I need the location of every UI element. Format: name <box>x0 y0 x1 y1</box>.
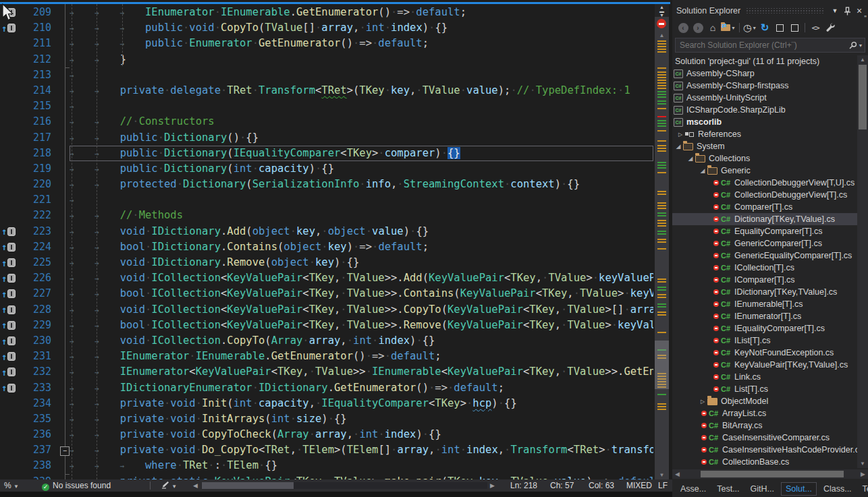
tree-item[interactable]: C#IComparer[T].cs <box>672 274 857 286</box>
code-line[interactable]: ↑210→→→public·void·CopyTo(TValue[]·array… <box>0 20 653 36</box>
pin-button[interactable] <box>841 5 853 17</box>
code-line[interactable]: ↑228→→void·ICollection<KeyValuePair<TKey… <box>0 302 653 318</box>
eol-indicator[interactable]: LF <box>658 479 668 492</box>
tree-item[interactable]: C#CollectionBase.cs <box>672 456 857 468</box>
document-health-icon[interactable] <box>657 19 666 28</box>
hscroll-right-arrow-icon[interactable]: ▶ <box>490 479 495 492</box>
override-indicator-icon[interactable]: ↑ <box>0 286 20 301</box>
code-line[interactable]: 212→→} <box>0 52 653 67</box>
zoom-control[interactable]: % ▼ <box>4 479 19 492</box>
tree-item[interactable]: C#ICSharpCode.SharpZipLib <box>672 104 857 116</box>
override-indicator-icon[interactable]: ↑ <box>0 364 20 380</box>
tree-item[interactable]: C#ArrayList.cs <box>672 407 857 419</box>
code-line[interactable]: 238→→→where·TRet·:·TElem·{} <box>0 458 653 473</box>
code-line[interactable]: 215→ <box>0 98 653 114</box>
code-line[interactable]: 237→→private·void·Do_CopyTo<TRet,·TElem>… <box>0 442 653 458</box>
code-line[interactable]: 217→→public·Dictionary()·{} <box>0 130 653 146</box>
code-line[interactable]: 218→→public·Dictionary(IEqualityComparer… <box>0 146 653 161</box>
code-line[interactable]: 220→→protected·Dictionary(SerializationI… <box>0 177 653 192</box>
code-line[interactable]: ↑233→→IDictionaryEnumerator·IDictionary.… <box>0 380 653 396</box>
fold-collapse-button[interactable]: − <box>60 446 70 456</box>
code-line[interactable]: ↑230→→void·ICollection.CopyTo(Array·arra… <box>0 333 653 349</box>
refresh-button[interactable]: ↻ <box>758 21 771 34</box>
override-indicator-icon[interactable]: ↑ <box>0 20 20 36</box>
tree-item[interactable]: ◢System <box>672 140 857 152</box>
override-indicator-icon[interactable]: ↑ <box>0 239 20 255</box>
tree-item[interactable]: ◢Generic <box>672 165 857 177</box>
code-line[interactable]: 216→→//·Constructors <box>0 114 653 129</box>
search-box[interactable]: ▼ <box>675 38 865 53</box>
tool-window-tab[interactable]: Solut... <box>781 482 817 496</box>
tree-item[interactable]: C#IEnumerator[T].cs <box>672 310 857 322</box>
encoding-indicator[interactable]: MIXED <box>626 479 652 492</box>
tree-item[interactable]: C#GenericEqualityComparer[T].cs <box>672 250 857 262</box>
code-cleanup-button[interactable]: ▼ <box>161 479 177 492</box>
tree-item[interactable]: C#IList[T].cs <box>672 334 857 347</box>
code-line[interactable]: ↑226→→void·ICollection<KeyValuePair<TKey… <box>0 270 653 286</box>
line-indicator[interactable]: Ln: 218 <box>510 479 537 492</box>
show-all-files-button[interactable] <box>788 21 801 34</box>
code-line[interactable]: ↑229→→bool·ICollection<KeyValuePair<TKey… <box>0 318 653 333</box>
tree-item[interactable]: C#Assembly-CSharp <box>672 67 857 80</box>
override-indicator-icon[interactable]: ↑ <box>0 380 20 396</box>
split-window-handle-icon[interactable]: ▲▬▼ <box>655 4 669 17</box>
tool-window-tab[interactable]: Tea... <box>859 483 868 495</box>
tree-item[interactable]: C#ICollection[T].cs <box>672 262 857 274</box>
override-indicator-icon[interactable]: ↑ <box>0 333 20 349</box>
code-line[interactable]: 236→→private·void·CopyToCheck(Array·arra… <box>0 427 653 442</box>
hscroll-left-arrow-icon[interactable]: ◀ <box>193 479 198 492</box>
tree-item[interactable]: C#KeyValuePair[TKey,TValue].cs <box>672 359 857 371</box>
tree-item[interactable]: C#CaseInsensitiveComparer.cs <box>672 432 857 444</box>
issues-indicator[interactable]: ✓No issues found <box>42 479 111 492</box>
drag-grip[interactable] <box>746 8 823 13</box>
character-indicator[interactable]: Ch: 57 <box>550 479 574 492</box>
code-lines[interactable]: ↑209→→→IEnumerator·IEnumerable.GetEnumer… <box>0 5 653 479</box>
tree-item[interactable]: C#List[T].cs <box>672 383 857 395</box>
expand-arrow-icon[interactable]: ▷ <box>676 131 685 138</box>
tool-window-tab[interactable]: Test... <box>713 483 743 495</box>
toolbar-overflow-button[interactable]: '' <box>864 15 867 22</box>
override-indicator-icon[interactable]: ↑ <box>0 255 20 270</box>
code-line[interactable]: 239→→private·static·KeyValuePair<TKey,·T… <box>0 474 653 479</box>
tree-item[interactable]: ▷References <box>672 128 857 140</box>
code-line[interactable]: 213→ <box>0 67 653 83</box>
window-position-button[interactable]: ▼ <box>829 5 841 17</box>
collapse-arrow-icon[interactable]: ◢ <box>674 143 683 150</box>
code-line[interactable]: ↑227→→bool·ICollection<KeyValuePair<TKey… <box>0 286 653 301</box>
tree-vertical-scrollbar[interactable]: ▲ ▼ <box>857 55 868 468</box>
code-line[interactable]: 214→→private·delegate·TRet·Transform<TRe… <box>0 83 653 98</box>
home-button[interactable]: ⌂ <box>706 21 720 34</box>
code-editor[interactable]: ↑209→→→IEnumerator·IEnumerable.GetEnumer… <box>0 0 670 479</box>
tree-item[interactable]: C#Assembly-UnityScript <box>672 92 857 104</box>
code-line[interactable]: ↑224→→bool·IDictionary.Contains(object·k… <box>0 239 653 255</box>
override-indicator-icon[interactable]: ↑ <box>0 224 20 239</box>
code-line[interactable]: ↑223→→void·IDictionary.Add(object·key,·o… <box>0 224 653 239</box>
scrollbar-thumb[interactable] <box>859 65 867 129</box>
tool-window-tab[interactable]: Asse... <box>676 483 710 495</box>
tree-item[interactable]: C#EqualityComparer[T].cs <box>672 225 857 237</box>
tree-item[interactable]: ◢Collections <box>672 152 857 165</box>
code-line[interactable]: ↑232→→IEnumerator<KeyValuePair<TKey,·TVa… <box>0 364 653 380</box>
pending-changes-filter-button[interactable]: ◷▼ <box>743 21 757 34</box>
tree-item[interactable]: C#BitArray.cs <box>672 419 857 432</box>
code-line[interactable]: 219→→public·Dictionary(int·capacity)·{} <box>0 161 653 177</box>
tree-item[interactable]: C#CaseInsensitiveHashCodeProvider.cs <box>672 444 857 456</box>
tree-item[interactable]: C#Comparer[T].cs <box>672 201 857 213</box>
override-indicator-icon[interactable]: ↑ <box>0 318 20 333</box>
search-input[interactable] <box>676 40 847 50</box>
search-button[interactable]: ▼ <box>847 41 865 49</box>
scrollbar-thumb[interactable] <box>655 341 669 389</box>
column-indicator[interactable]: Col: 63 <box>589 479 614 492</box>
collapse-arrow-icon[interactable]: ◢ <box>698 167 707 174</box>
code-line[interactable]: 234→→private·void·Init(int·capacity,·IEq… <box>0 396 653 411</box>
override-indicator-icon[interactable]: ↑ <box>0 270 20 286</box>
properties-button[interactable] <box>823 21 837 34</box>
tree-item[interactable]: ▷ObjectModel <box>672 395 857 407</box>
tree-item[interactable]: C#IEqualityComparer[T].cs <box>672 322 857 334</box>
collapse-all-button[interactable] <box>773 21 786 34</box>
tree-item[interactable]: C#Link.cs <box>672 371 857 383</box>
tree-item[interactable]: Solution 'project-gui' (11 of 11 project… <box>672 55 857 67</box>
scroll-up-arrow-icon[interactable]: ▲ <box>655 32 669 38</box>
tree-item[interactable]: C#CollectionDebuggerView[T].cs <box>672 189 857 201</box>
scroll-down-arrow-icon[interactable]: ▼ <box>655 472 669 478</box>
